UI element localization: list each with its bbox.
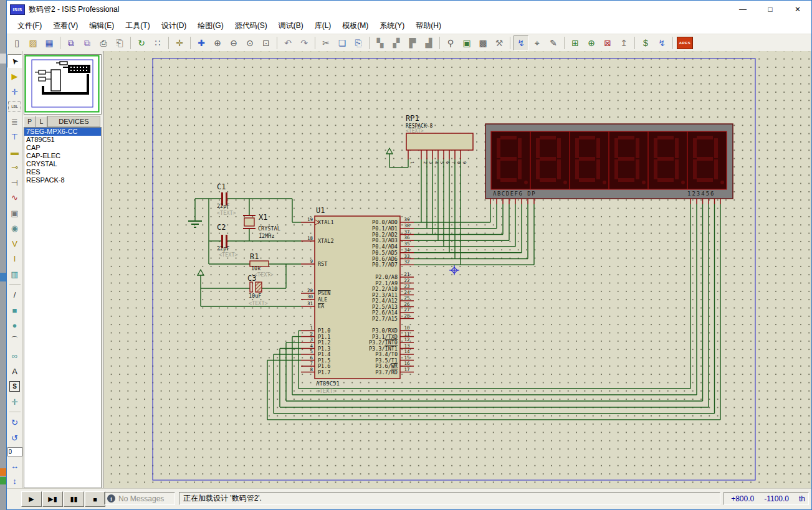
2d-circle-mode-button[interactable]: ● [7,318,22,332]
library-manager-button[interactable]: L [36,116,47,128]
flip-horizontal-button[interactable]: ↔ [7,459,22,473]
pan-button[interactable]: ✚ [194,35,209,50]
redo-button[interactable]: ↷ [297,35,312,50]
device-pins-mode-button[interactable]: ⊣ [7,176,22,189]
menu-item-4[interactable]: 设计(D) [156,19,193,33]
block-delete-button[interactable]: ▟ [421,35,436,50]
2d-box-mode-button[interactable]: ■ [7,303,22,317]
current-probe-mode-button[interactable]: I [7,252,22,265]
pick-devices-button[interactable]: P [24,116,36,128]
rotation-angle-input[interactable] [7,447,22,456]
menu-item-1[interactable]: 查看(V) [47,19,84,33]
close-button[interactable]: ✕ [784,1,811,18]
maximize-button[interactable]: □ [757,1,784,18]
junction-dot-mode-button[interactable]: ✛ [7,85,22,98]
open-design-button[interactable]: ▨ [26,35,41,50]
tape-recorder-mode-button[interactable]: ▣ [7,206,22,220]
2d-arc-mode-button[interactable]: ⌒ [7,334,22,347]
device-item-at89c51[interactable]: AT89C51 [24,136,101,144]
wire-label-mode-button[interactable]: LBL [8,102,21,111]
menu-item-3[interactable]: 工具(T) [120,19,155,33]
step-button[interactable]: ▶▮ [42,491,63,507]
marker-mode-button[interactable]: ✛ [7,395,22,408]
origin-marker[interactable] [449,265,459,275]
make-device-button[interactable]: ▣ [459,35,474,50]
device-item-crystal[interactable]: CRYSTAL [24,160,101,168]
stop-button[interactable]: ■ [85,491,105,507]
component-c3[interactable]: C310uF<TEXT> [247,274,268,306]
export-section-button[interactable]: ⧉ [80,35,95,50]
2d-line-mode-button[interactable]: / [7,288,22,301]
block-move-button[interactable]: ▞ [389,35,404,50]
packaging-tool-button[interactable]: ▩ [475,35,490,50]
undo-button[interactable]: ↶ [280,35,295,50]
virtual-instruments-mode-button[interactable]: ▥ [7,267,22,281]
toggle-grid-button[interactable]: ∷ [150,35,165,50]
remove-sheet-button[interactable]: ⊠ [600,35,615,50]
component-mode-button[interactable]: ▶ [7,69,22,83]
2d-text-mode-button[interactable]: A [7,364,22,378]
false-origin-button[interactable]: ✛ [172,35,187,50]
block-rotate-button[interactable]: ▛ [405,35,420,50]
zoom-out-button[interactable]: ⊖ [226,35,241,50]
copy-button[interactable]: ❏ [335,35,350,50]
selection-pointer-button[interactable]: ➤ [7,54,22,68]
pause-button[interactable]: ▮▮ [64,491,84,507]
print-preview-button[interactable]: ⎗ [112,35,127,50]
generator-mode-button[interactable]: ◉ [7,222,22,235]
rotate-clockwise-button[interactable]: ↻ [7,415,22,429]
component-rp1[interactable]: RP1RESPACK-8<TEXT>123456789 [406,114,473,164]
menu-item-11[interactable]: 帮助(H) [410,19,447,33]
cut-button[interactable]: ✂ [318,35,333,50]
block-copy-button[interactable]: ▚ [373,35,388,50]
play-button[interactable]: ▶ [21,491,42,507]
search-tag-button[interactable]: ⌖ [530,35,545,50]
voltage-probe-mode-button[interactable]: V [7,237,22,250]
device-item-cap-elec[interactable]: CAP-ELEC [24,152,101,160]
2d-path-mode-button[interactable]: ∞ [7,349,22,362]
component-u1[interactable]: U1AT89C51<TEXT>19XTAL118XTAL29RST29PSEN3… [301,206,414,394]
menu-item-0[interactable]: 文件(F) [12,19,47,33]
zoom-in-button[interactable]: ⊕ [210,35,225,50]
ares-netlist-button[interactable]: ARES [677,37,693,49]
device-item-respack-8[interactable]: RESPACK-8 [24,176,101,184]
buses-mode-button[interactable]: ⊤ [7,130,22,144]
menu-item-9[interactable]: 模板(M) [337,19,374,33]
menu-item-7[interactable]: 调试(B) [273,19,309,33]
component-7seg-display[interactable]: ABCDEFG DP123456 [485,124,733,204]
new-sheet-button[interactable]: ⊕ [584,35,599,50]
print-design-button[interactable]: ⎙ [96,35,111,50]
new-design-button[interactable]: ▯ [9,35,24,50]
menu-item-10[interactable]: 系统(Y) [374,19,410,33]
import-section-button[interactable]: ⧉ [64,35,79,50]
graph-mode-button[interactable]: ∿ [7,191,22,205]
menu-item-8[interactable]: 库(L) [309,19,337,33]
property-assignment-button[interactable]: ✎ [546,35,561,50]
overview-window[interactable] [24,54,102,115]
menu-item-6[interactable]: 源代码(S) [229,19,273,33]
redraw-button[interactable]: ↻ [134,35,149,50]
save-design-button[interactable]: ▦ [42,35,57,50]
design-explorer-button[interactable]: ⊞ [568,35,583,50]
zoom-area-button[interactable]: ⊡ [259,35,274,50]
menu-item-2[interactable]: 编辑(E) [84,19,120,33]
terminals-mode-button[interactable]: ⊸ [7,161,22,174]
pick-parts-button[interactable]: ⚲ [443,35,458,50]
bill-of-materials-button[interactable]: $ [638,35,653,50]
decompose-button[interactable]: ⚒ [492,35,507,50]
electrical-rule-check-button[interactable]: ↯ [654,35,669,50]
flip-vertical-button[interactable]: ↕ [7,475,22,488]
zoom-to-sheet-button[interactable]: ↥ [616,35,631,50]
rotate-anticlockwise-button[interactable]: ↺ [7,431,22,445]
device-item-cap[interactable]: CAP [24,144,101,152]
zoom-all-button[interactable]: ⊙ [242,35,257,50]
wire-autorouter-button[interactable]: ↯ [513,35,528,50]
2d-symbol-mode-button[interactable]: S [9,381,20,392]
device-item-7seg-mpx6-cc[interactable]: 7SEG-MPX6-CC [24,128,101,136]
subcircuit-mode-button[interactable]: ▬ [7,145,22,159]
device-item-res[interactable]: RES [24,168,101,176]
paste-button[interactable]: ⎘ [351,35,366,50]
component-c2[interactable]: C222pF<TEXT> [217,223,238,258]
schematic-canvas[interactable]: C122pF<TEXT>C222pF<TEXT>X1CRYSTAL12MHzR1… [103,51,811,489]
minimize-button[interactable]: — [729,1,757,18]
